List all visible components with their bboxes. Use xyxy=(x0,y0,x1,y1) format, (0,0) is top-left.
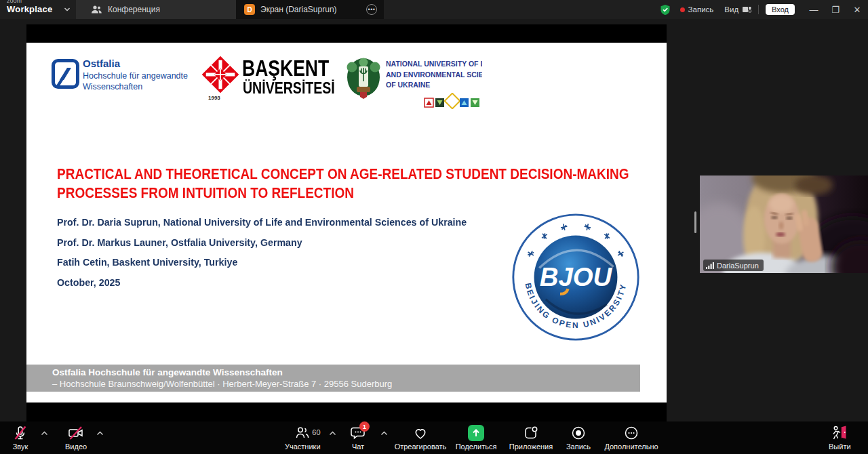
ostfalia-line1: Hochschule für angewandte xyxy=(83,71,188,81)
record-icon xyxy=(570,425,587,441)
participant-portrait xyxy=(700,176,868,273)
baskent-logo-icon xyxy=(201,56,239,94)
chat-badge: 1 xyxy=(359,421,370,432)
slide-content: Ostfalia Hochschule für angewandte Wisse… xyxy=(26,43,667,403)
tab-conference-label: Конференция xyxy=(108,5,160,14)
signin-button[interactable]: Вход xyxy=(766,4,795,15)
record-button[interactable]: Запись xyxy=(560,425,597,451)
recording-label: Запись xyxy=(688,5,714,14)
slide-footer-line1: Ostfalia Hochschule für angewandte Wisse… xyxy=(52,367,283,377)
slide-footer: Ostfalia Hochschule für angewandte Wisse… xyxy=(26,365,640,392)
apps-icon xyxy=(523,425,539,441)
restore-button[interactable]: ❐ xyxy=(825,5,846,15)
shared-screen: Ostfalia Hochschule für angewandte Wisse… xyxy=(26,24,667,421)
tab-screen-label: Экран (DariaSuprun) xyxy=(260,5,337,14)
participants-count: 60 xyxy=(312,428,320,436)
video-options-chevron[interactable] xyxy=(96,431,104,436)
mic-muted-icon xyxy=(12,425,28,441)
camera-muted-icon xyxy=(67,425,85,441)
author-line: Prof. Dr. Markus Launer, Ostfalia Univer… xyxy=(57,232,467,253)
chevron-down-icon[interactable] xyxy=(64,7,71,12)
author-line: Prof. Dr. Daria Suprun, National Univers… xyxy=(57,212,467,232)
nubip-emblem-icon xyxy=(345,57,382,99)
leave-icon xyxy=(831,425,848,441)
view-label[interactable]: Вид xyxy=(724,5,738,14)
bjou-logo: BJOU BEIJING OPEN UNIVERSITY xyxy=(511,212,641,342)
security-shield-icon[interactable] xyxy=(660,4,671,16)
leave-button[interactable]: Выйти xyxy=(829,425,851,451)
participant-name-label: DariaSuprun xyxy=(703,260,764,271)
avatar: D xyxy=(244,4,255,15)
divider xyxy=(758,5,759,14)
apps-button[interactable]: Приложения xyxy=(505,425,557,451)
panel-resize-handle[interactable] xyxy=(694,211,696,233)
participants-icon xyxy=(294,425,311,441)
meeting-stage: Ostfalia Hochschule für angewandte Wisse… xyxy=(0,19,868,421)
people-icon xyxy=(91,5,102,14)
baskent-name: BAŞKENT xyxy=(242,55,329,81)
zoom-window: zoom Workplace Конференция D Экран (Dari… xyxy=(0,0,868,454)
signal-bars-icon xyxy=(706,262,714,269)
titlebar-right: Запись Вид Вход — ❐ ✕ xyxy=(660,0,868,19)
heart-icon xyxy=(412,425,429,441)
slide-footer-line2: – Hochschule Braunschweig/Wolfenbüttel ·… xyxy=(52,379,392,389)
baskent-year: 1993 xyxy=(208,95,220,101)
audio-options-chevron[interactable] xyxy=(41,431,48,436)
nubip-accreditation-icons xyxy=(424,93,481,109)
author-line: Fatih Cetin, Baskent University, Turkiye xyxy=(57,252,467,272)
recording-dot xyxy=(680,7,685,12)
close-button[interactable]: ✕ xyxy=(846,5,868,15)
share-button[interactable]: Поделиться xyxy=(452,425,500,451)
ostfalia-logo-icon xyxy=(52,59,79,89)
tab-conference[interactable]: Конференция xyxy=(76,0,236,19)
react-button[interactable]: Отреагировать xyxy=(391,425,450,451)
author-line: October, 2025 xyxy=(57,272,467,293)
more-icon xyxy=(623,425,639,441)
slide-title: PRACTICAL AND THEORETICAL CONCEPT ON AGE… xyxy=(57,165,734,202)
participants-chevron[interactable] xyxy=(329,431,336,436)
video-button[interactable]: Видео xyxy=(65,425,87,451)
participant-video[interactable]: DariaSuprun xyxy=(700,176,868,273)
control-bar: Звук Видео 60 Участники xyxy=(0,421,868,454)
ostfalia-name: Ostfalia xyxy=(83,58,120,69)
title-bar: zoom Workplace Конференция D Экран (Dari… xyxy=(0,0,868,19)
audio-button[interactable]: Звук xyxy=(12,425,28,451)
nubip-name: NATIONAL UNIVERSITY OF LI AND ENVIRONMEN… xyxy=(386,59,482,91)
slide-title-line2: PROCESSES FROM INTUITION TO REFLECTION xyxy=(57,184,629,203)
svg-text:BJOU: BJOU xyxy=(540,262,613,291)
ostfalia-line2: Wissenschaften xyxy=(83,82,142,91)
tab-more-icon[interactable]: ••• xyxy=(366,4,377,15)
view-layout-icon xyxy=(742,5,751,14)
app-logo: zoom Workplace xyxy=(7,0,52,14)
share-icon xyxy=(468,425,484,441)
tab-screen-share[interactable]: D Экран (DariaSuprun) ••• xyxy=(236,0,384,19)
slide-title-line1: PRACTICAL AND THEORETICAL CONCEPT ON AGE… xyxy=(57,165,629,184)
app-name-bottom: Workplace xyxy=(7,4,52,14)
slide-authors: Prof. Dr. Daria Suprun, National Univers… xyxy=(57,212,488,292)
chat-chevron[interactable] xyxy=(380,431,388,436)
baskent-subtitle: ÜNİVERSİTESİ xyxy=(243,79,335,98)
minimize-button[interactable]: — xyxy=(803,5,825,15)
more-button[interactable]: Дополнительно xyxy=(602,425,660,451)
chat-button[interactable]: 1 Чат xyxy=(350,425,366,451)
participants-button[interactable]: 60 Участники xyxy=(285,425,321,451)
